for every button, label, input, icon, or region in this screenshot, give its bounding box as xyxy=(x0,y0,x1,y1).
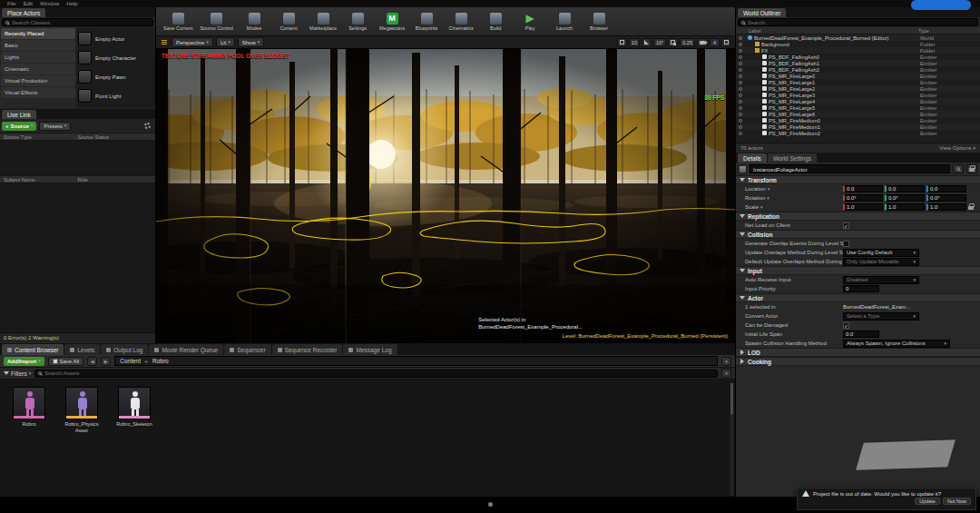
outliner-row[interactable]: PS_MR_FireLarge1 Emitter xyxy=(736,79,980,85)
toolbar-button[interactable]: Blueprints xyxy=(413,13,440,31)
back-button[interactable]: ◀ xyxy=(87,357,97,366)
add-import-button[interactable]: Add/Import ▾ xyxy=(4,357,44,366)
outliner-row[interactable]: Background Folder xyxy=(736,41,980,47)
outliner-column-headers[interactable]: Label Type xyxy=(736,27,980,35)
outliner-row[interactable]: PS_MR_FireLarge2 Emitter xyxy=(736,85,980,92)
scrollbar[interactable] xyxy=(730,383,733,496)
default-update-overlaps-dropdown[interactable]: Only Update Movable ▾ xyxy=(843,258,919,266)
asset-item[interactable]: Robro xyxy=(9,387,49,428)
toolbar-button[interactable]: Browser xyxy=(585,13,612,31)
details-search-button[interactable] xyxy=(953,164,964,173)
camera-speed-toggle[interactable] xyxy=(697,38,708,47)
bottom-tab[interactable]: Sequence Recorder xyxy=(272,344,343,355)
toolbar-button[interactable]: Marketplace xyxy=(309,13,337,31)
forward-button[interactable]: ▶ xyxy=(101,357,111,366)
tab-place-actors[interactable]: Place Actors xyxy=(2,8,45,17)
outliner-row[interactable]: PS_MR_FireLarge0 Emitter xyxy=(736,73,980,79)
asset-item[interactable]: Robro_Skeleton xyxy=(114,387,154,428)
rotation-snap-toggle[interactable] xyxy=(642,38,652,47)
add-source-button[interactable]: + Source ▾ xyxy=(2,122,36,131)
visibility-eye-icon[interactable] xyxy=(739,49,742,53)
path-options-button[interactable]: ▾ xyxy=(721,357,731,366)
lock-details-button[interactable] xyxy=(966,164,977,173)
visibility-eye-icon[interactable] xyxy=(739,62,742,65)
scale-z-field[interactable]: 1.0 xyxy=(926,203,966,211)
actor-name-field[interactable]: InstancedFoliageActor xyxy=(750,164,950,173)
live-link-source-list[interactable] xyxy=(0,141,155,175)
outliner-row[interactable]: PS_MR_FireMedium1 Emitter xyxy=(736,123,980,130)
location-z-field[interactable]: 0.0 xyxy=(926,185,966,192)
outliner-row[interactable]: PS_BDF_FallingAsh2 Emitter xyxy=(736,66,980,73)
toolbar-button[interactable]: ▶ Play xyxy=(516,13,544,31)
maximize-viewport-button[interactable] xyxy=(721,38,731,47)
visibility-eye-icon[interactable] xyxy=(739,119,742,123)
update-overlaps-dropdown[interactable]: Use Config Default ▾ xyxy=(843,249,919,257)
auto-receive-input-dropdown[interactable]: Disabled ▾ xyxy=(843,276,919,284)
bottom-tab[interactable]: Levels xyxy=(64,344,100,355)
toolbar-button[interactable]: M Megascans xyxy=(378,13,406,31)
filters-button[interactable]: Filters ▾ xyxy=(4,370,31,377)
tab-world-settings[interactable]: World Settings xyxy=(768,153,817,163)
scale-y-field[interactable]: 1.0 xyxy=(885,203,925,211)
visibility-eye-icon[interactable] xyxy=(739,68,742,72)
section-actor[interactable]: Actor xyxy=(736,293,980,302)
visibility-eye-icon[interactable] xyxy=(739,100,742,104)
visibility-eye-icon[interactable] xyxy=(739,55,742,59)
outliner-row[interactable]: PS_MR_FireLarge3 Emitter xyxy=(736,92,980,98)
breadcrumb-item[interactable]: Content xyxy=(120,358,141,364)
tab-details[interactable]: Details xyxy=(738,153,767,163)
visibility-eye-icon[interactable] xyxy=(739,81,742,84)
outliner-row[interactable]: PS_MR_FireLarge6 Emitter xyxy=(736,111,980,117)
rotation-z-field[interactable]: 0.0° xyxy=(926,194,966,202)
visibility-eye-icon[interactable] xyxy=(739,125,742,129)
scale-snap-toggle[interactable] xyxy=(668,38,678,47)
net-load-checkbox[interactable]: ✓ xyxy=(843,222,849,229)
section-cooking[interactable]: Cooking xyxy=(736,357,980,366)
place-actor-item[interactable]: Empty Actor xyxy=(78,29,153,48)
toolbar-button[interactable]: Modes xyxy=(240,13,268,31)
visibility-eye-icon[interactable] xyxy=(739,74,742,78)
place-actor-item[interactable]: Point Light xyxy=(78,86,153,105)
live-link-subject-list[interactable] xyxy=(0,183,155,332)
visibility-eye-icon[interactable] xyxy=(739,43,742,46)
place-category[interactable]: Basic xyxy=(1,40,75,51)
place-category[interactable]: Visual Effects xyxy=(1,87,75,98)
asset-item[interactable]: Robro_Physics Asset xyxy=(62,387,102,433)
menu-item[interactable]: Edit xyxy=(24,1,33,6)
visibility-eye-icon[interactable] xyxy=(739,106,742,110)
menu-item[interactable]: Window xyxy=(40,1,59,6)
not-now-button[interactable]: Not Now xyxy=(943,498,971,505)
bottom-tab[interactable]: Sequencer xyxy=(224,344,270,355)
scale-lock-icon[interactable] xyxy=(968,206,974,210)
toolbar-button[interactable]: Settings xyxy=(344,13,371,31)
place-actor-item[interactable]: Empty Pawn xyxy=(78,67,153,86)
bottom-tab[interactable]: Movie Render Queue xyxy=(149,344,223,355)
perspective-button[interactable]: Perspective ▾ xyxy=(172,37,213,47)
grid-snap-value[interactable]: 10 xyxy=(629,38,640,47)
menu-item[interactable]: Help xyxy=(66,1,77,6)
tab-live-link[interactable]: Live Link xyxy=(2,110,36,119)
visibility-eye-icon[interactable] xyxy=(739,36,742,40)
generate-overlap-checkbox[interactable] xyxy=(843,241,849,247)
visibility-eye-icon[interactable] xyxy=(739,132,742,135)
outliner-row[interactable]: BurnedDeadForest_Example_Procedural_Burn… xyxy=(736,35,980,41)
outliner-row[interactable]: PS_MR_FireMedium2 Emitter xyxy=(736,130,980,136)
save-all-button[interactable]: Save All xyxy=(48,357,84,366)
outliner-row[interactable]: PS_MR_FireLarge5 Emitter xyxy=(736,104,980,111)
convert-actor-dropdown[interactable]: Select a Type ▾ xyxy=(843,312,919,321)
can-be-damaged-checkbox[interactable]: ✓ xyxy=(843,322,849,329)
visibility-eye-icon[interactable] xyxy=(739,87,742,91)
spawn-collision-dropdown[interactable]: Always Spawn, Ignore Collisions ▾ xyxy=(843,340,950,348)
section-collision[interactable]: Collision xyxy=(736,230,980,239)
section-transform[interactable]: Transform xyxy=(736,175,980,184)
visibility-eye-icon[interactable] xyxy=(739,113,742,116)
outliner-row[interactable]: FX Folder xyxy=(736,47,980,54)
toolbar-button[interactable]: Source Control xyxy=(200,13,233,31)
breadcrumb-item[interactable]: Robro xyxy=(152,358,169,364)
rotation-snap-value[interactable]: 10° xyxy=(653,38,666,47)
viewport[interactable]: TEXTURE STREAMING POOL OVER BUDGET 30 FP… xyxy=(156,49,735,343)
view-options-button[interactable]: View Options ▾ xyxy=(939,145,975,151)
asset-search[interactable] xyxy=(34,370,718,378)
section-replication[interactable]: Replication xyxy=(736,212,980,221)
input-priority-field[interactable]: 0 xyxy=(843,285,879,292)
